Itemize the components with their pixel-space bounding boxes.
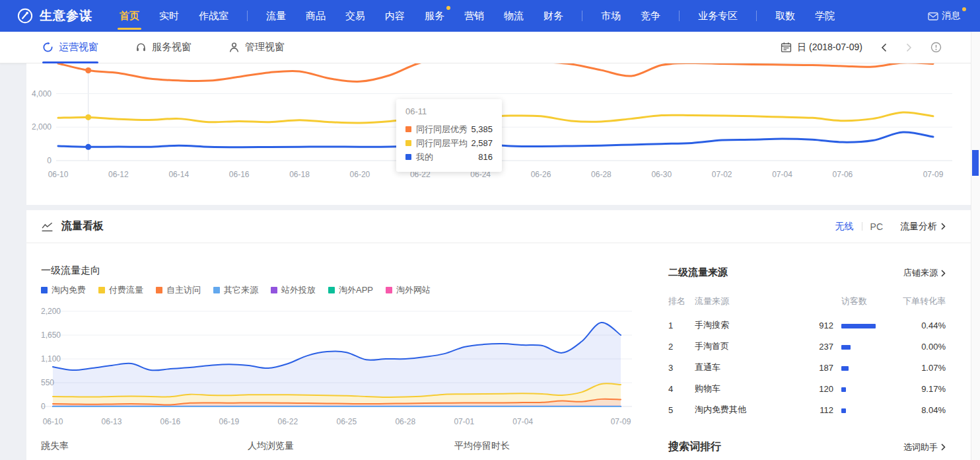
nav-item-academy[interactable]: 学院: [805, 0, 845, 32]
legend-swatch: [41, 287, 48, 293]
calendar-icon[interactable]: [781, 42, 792, 53]
scrollbar-thumb[interactable]: [972, 150, 979, 176]
prev-date-button[interactable]: [880, 42, 888, 53]
channel-toggle-pc[interactable]: PC: [870, 221, 883, 232]
stat-label: 人均浏览量: [248, 440, 294, 452]
info-icon[interactable]: [930, 42, 942, 53]
legend-item-other-sources[interactable]: 其它来源: [213, 284, 258, 296]
legend-item-external-app[interactable]: 淘外APP: [328, 284, 373, 296]
view-tabbar: 运营视窗 服务视窗 管理视窗: [0, 32, 980, 63]
legend-item-offsite-ads[interactable]: 站外投放: [271, 284, 316, 296]
visitors-bar-cell: [833, 321, 887, 330]
visitors-bar-cell: [833, 342, 887, 352]
tab-operation-view[interactable]: 运营视窗: [42, 32, 98, 63]
legend-swatch: [156, 287, 162, 293]
rank-cell: 3: [668, 363, 695, 373]
legend-item-direct-visit[interactable]: 自主访问: [156, 284, 201, 296]
scrollbar-track[interactable]: [971, 32, 980, 460]
messages-button[interactable]: 消息: [928, 10, 960, 22]
nav-item-realtime[interactable]: 实时: [149, 0, 189, 32]
brand-name: 生意参谋: [40, 7, 92, 24]
svg-text:0: 0: [47, 156, 52, 165]
legend-item-taonei-free[interactable]: 淘内免费: [41, 284, 86, 296]
svg-text:07-04: 07-04: [772, 170, 792, 179]
secondary-traffic-title: 二级流量来源: [668, 266, 728, 279]
legend-label: 自主访问: [166, 284, 201, 296]
nav-divider: [247, 11, 248, 21]
nav-item-content[interactable]: 内容: [375, 0, 415, 32]
svg-text:06-19: 06-19: [219, 417, 240, 426]
visitors-cell: 112: [794, 405, 833, 415]
series-swatch-average: [405, 140, 411, 146]
table-row[interactable]: 1 手淘搜索 912 0.44%: [668, 315, 946, 336]
visitors-bar-cell: [833, 405, 887, 415]
traffic-board-card: 流量看板 无线 PC 流量分析 一级流量走向 淘内免费 付费流量 自主访问 其它…: [26, 210, 971, 460]
nav-item-traffic[interactable]: 流量: [256, 0, 296, 32]
visitors-bar: [841, 324, 876, 328]
date-controls: 日 (2018-07-09): [781, 42, 980, 54]
traffic-chart-legend: 淘内免费 付费流量 自主访问 其它来源 站外投放 淘外APP 淘外网站: [41, 284, 431, 296]
nav-item-logistics[interactable]: 物流: [494, 0, 534, 32]
tab-service-view[interactable]: 服务视窗: [135, 32, 192, 63]
traffic-trend-chart[interactable]: 05501,1001,6502,20006-1006-1306-1606-190…: [26, 297, 647, 430]
svg-text:06-12: 06-12: [108, 170, 129, 179]
legend-label: 其它来源: [224, 284, 258, 296]
legend-item-external-site[interactable]: 淘外网站: [386, 284, 431, 296]
nav-item-data-fetch[interactable]: 取数: [765, 0, 805, 32]
legend-label: 站外投放: [281, 284, 316, 296]
brand-logo[interactable]: 生意参谋: [17, 7, 92, 24]
visitors-cell: 120: [794, 384, 833, 394]
channel-toggle-wireless[interactable]: 无线: [835, 221, 854, 233]
word-picker-link[interactable]: 选词助手: [903, 441, 946, 453]
svg-text:06-16: 06-16: [160, 417, 181, 426]
series-swatch-excellent: [405, 126, 411, 132]
svg-text:07-02: 07-02: [712, 170, 732, 179]
line-chart-icon: [41, 221, 53, 232]
sync-icon: [42, 42, 53, 53]
tab-management-view-label: 管理视窗: [245, 41, 285, 54]
conversion-cell: 0.00%: [887, 342, 946, 352]
nav-item-business-zone[interactable]: 业务专区: [688, 0, 748, 32]
source-cell: 购物车: [695, 383, 794, 395]
tooltip-series-name: 我的: [416, 151, 433, 163]
page: 生意参谋 首页 实时 作战室 流量 商品 交易 内容 服务 营销 物流 财务 市…: [0, 0, 980, 460]
shop-source-link[interactable]: 店铺来源: [903, 267, 946, 279]
nav-item-trade[interactable]: 交易: [335, 0, 375, 32]
svg-text:06-13: 06-13: [102, 417, 122, 426]
word-picker-label: 选词助手: [903, 441, 938, 453]
svg-text:2,200: 2,200: [41, 307, 61, 316]
table-row[interactable]: 5 淘内免费其他 112 8.04%: [668, 399, 946, 420]
chevron-right-icon: [941, 223, 946, 230]
nav-item-home[interactable]: 首页: [110, 0, 149, 32]
nav-item-market[interactable]: 市场: [591, 0, 631, 32]
traffic-board-controls: 无线 PC 流量分析: [835, 221, 946, 233]
svg-text:06-28: 06-28: [395, 417, 415, 426]
nav-item-finance[interactable]: 财务: [534, 0, 573, 32]
date-granularity-value[interactable]: 日 (2018-07-09): [797, 42, 862, 54]
notification-dot: [446, 6, 450, 10]
nav-item-service[interactable]: 服务: [415, 0, 454, 32]
nav-item-service-label: 服务: [425, 10, 444, 21]
tooltip-row: 同行同层优秀 5,385: [405, 122, 493, 136]
table-row[interactable]: 2 手淘首页 237 0.00%: [668, 336, 946, 357]
source-cell: 淘内免费其他: [695, 404, 794, 416]
nav-item-marketing[interactable]: 营销: [454, 0, 494, 32]
svg-text:07-04: 07-04: [512, 417, 533, 426]
nav-item-competition[interactable]: 竞争: [631, 0, 670, 32]
chevron-right-icon: [941, 443, 946, 451]
table-row[interactable]: 3 直通车 187 1.07%: [668, 357, 946, 378]
traffic-analysis-link[interactable]: 流量分析: [900, 221, 946, 233]
legend-swatch: [271, 287, 277, 293]
rank-cell: 2: [668, 342, 695, 352]
tab-management-view[interactable]: 管理视窗: [228, 32, 285, 63]
stat-avg-stay-time: 平均停留时长 17.48秒: [454, 440, 526, 460]
nav-item-warroom[interactable]: 作战室: [189, 0, 238, 32]
table-row[interactable]: 4 购物车 120 9.17%: [668, 378, 946, 399]
series-swatch-mine: [405, 154, 411, 160]
source-cell: 手淘首页: [695, 340, 794, 352]
traffic-board-title: 流量看板: [61, 219, 104, 233]
nav-item-goods[interactable]: 商品: [296, 0, 335, 32]
legend-item-paid-traffic[interactable]: 付费流量: [98, 284, 143, 296]
next-date-button[interactable]: [905, 42, 913, 53]
stat-avg-pageviews: 人均浏览量 5.01: [248, 440, 294, 460]
